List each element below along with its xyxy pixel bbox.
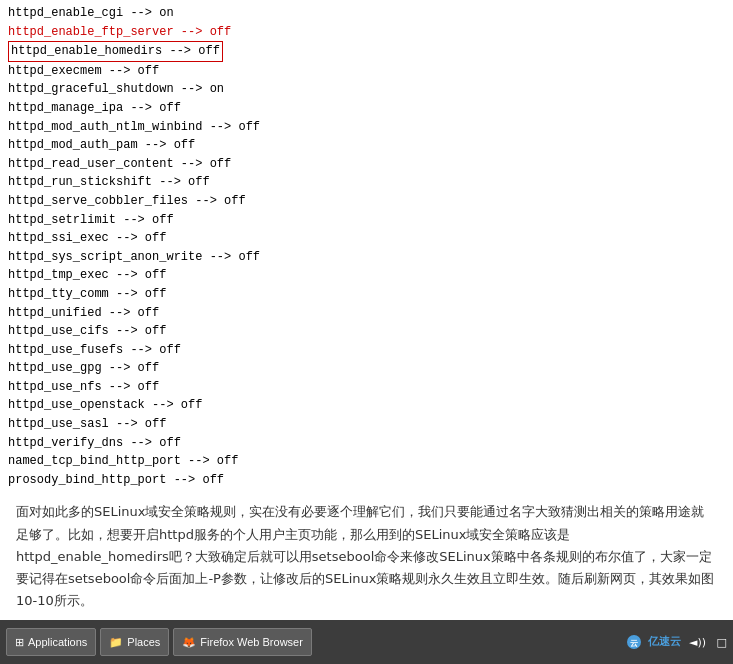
highlighted-box: httpd_enable_homedirs --> off <box>8 41 223 62</box>
places-button[interactable]: 📁 Places <box>100 628 169 656</box>
code-section: httpd_enable_cgi --> on httpd_enable_ftp… <box>0 0 733 493</box>
firefox-label: Firefox Web Browser <box>200 636 303 648</box>
logo-text: 亿速云 <box>648 635 681 648</box>
code-line-21: httpd_use_nfs --> off <box>8 378 725 397</box>
code-line-25: named_tcp_bind_http_port --> off <box>8 452 725 471</box>
body-paragraph: 面对如此多的SELinux域安全策略规则，实在没有必要逐个理解它们，我们只要能通… <box>16 501 717 611</box>
firefox-icon: 🦊 <box>182 636 196 649</box>
taskbar-time: ◄)) □ <box>689 636 727 649</box>
code-line-9: httpd_read_user_content --> off <box>8 155 725 174</box>
taskbar: ⊞ Applications 📁 Places 🦊 Firefox Web Br… <box>0 620 733 664</box>
main-content: httpd_enable_cgi --> on httpd_enable_ftp… <box>0 0 733 620</box>
applications-icon: ⊞ <box>15 636 24 649</box>
code-line-19: httpd_use_fusefs --> off <box>8 341 725 360</box>
firefox-button[interactable]: 🦊 Firefox Web Browser <box>173 628 312 656</box>
svg-text:云: 云 <box>630 639 638 648</box>
applications-label: Applications <box>28 636 87 648</box>
taskbar-left: ⊞ Applications 📁 Places 🦊 Firefox Web Br… <box>6 628 626 656</box>
applications-button[interactable]: ⊞ Applications <box>6 628 96 656</box>
code-line-10: httpd_run_stickshift --> off <box>8 173 725 192</box>
places-icon: 📁 <box>109 636 123 649</box>
code-line-8: httpd_mod_auth_pam --> off <box>8 136 725 155</box>
code-line-12: httpd_setrlimit --> off <box>8 211 725 230</box>
code-line-4: httpd_execmem --> off <box>8 62 725 81</box>
code-line-11: httpd_serve_cobbler_files --> off <box>8 192 725 211</box>
code-line-26: prosody_bind_http_port --> off <box>8 471 725 490</box>
code-line-22: httpd_use_openstack --> off <box>8 396 725 415</box>
code-line-1: httpd_enable_cgi --> on <box>8 4 725 23</box>
code-line-14: httpd_sys_script_anon_write --> off <box>8 248 725 267</box>
code-line-17: httpd_unified --> off <box>8 304 725 323</box>
code-line-18: httpd_use_cifs --> off <box>8 322 725 341</box>
taskbar-right: 云 亿速云 ◄)) □ <box>626 634 727 650</box>
logo-label: 云 亿速云 <box>626 634 681 650</box>
code-line-2: httpd_enable_ftp_server --> off <box>8 23 725 42</box>
code-line-24: httpd_verify_dns --> off <box>8 434 725 453</box>
code-line-6: httpd_manage_ipa --> off <box>8 99 725 118</box>
code-line-13: httpd_ssi_exec --> off <box>8 229 725 248</box>
code-line-15: httpd_tmp_exec --> off <box>8 266 725 285</box>
code-line-5: httpd_graceful_shutdown --> on <box>8 80 725 99</box>
text-section: 面对如此多的SELinux域安全策略规则，实在没有必要逐个理解它们，我们只要能通… <box>0 493 733 619</box>
code-line-16: httpd_tty_comm --> off <box>8 285 725 304</box>
code-line-3: httpd_enable_homedirs --> off <box>8 41 725 62</box>
places-label: Places <box>127 636 160 648</box>
code-line-20: httpd_use_gpg --> off <box>8 359 725 378</box>
logo-icon: 云 <box>626 634 642 650</box>
code-line-23: httpd_use_sasl --> off <box>8 415 725 434</box>
code-line-7: httpd_mod_auth_ntlm_winbind --> off <box>8 118 725 137</box>
